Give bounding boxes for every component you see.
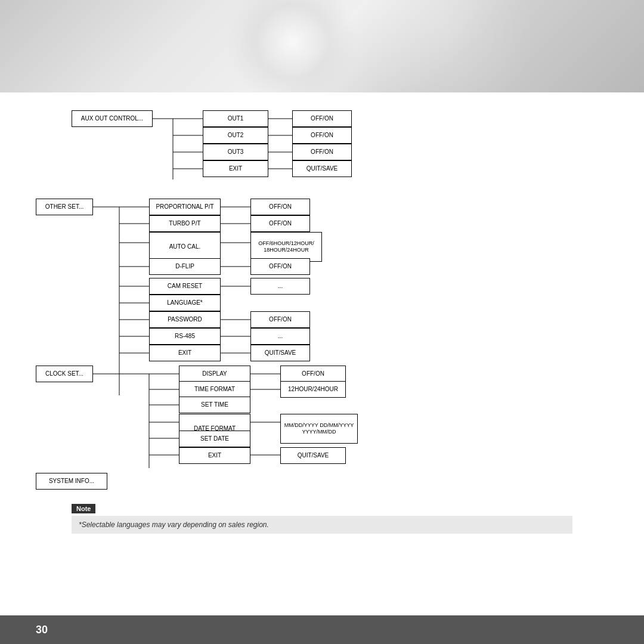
- page-number: 30: [36, 624, 48, 636]
- off-on-out3-box: OFF/ON: [292, 144, 352, 160]
- display-box: DISPLAY: [179, 366, 250, 382]
- set-date-box: SET DATE: [179, 431, 250, 447]
- time-format-val-box: 12HOUR/24HOUR: [280, 381, 346, 398]
- out3-box: OUT3: [203, 144, 268, 160]
- password-box: PASSWORD: [149, 311, 221, 328]
- note-text: *Selectable languages may vary depending…: [72, 516, 572, 534]
- exit-aux-box: EXIT: [203, 160, 268, 177]
- off-on-dflip-box: OFF/ON: [250, 258, 310, 275]
- off-on-disp-box: OFF/ON: [280, 366, 346, 382]
- header-image: [0, 0, 644, 92]
- set-time-box: SET TIME: [179, 397, 250, 413]
- clock-set-box: CLOCK SET...: [36, 366, 93, 382]
- language-box: LANGUAGE*: [149, 295, 221, 311]
- off-on-pass-box: OFF/ON: [250, 311, 310, 328]
- exit-other-box: EXIT: [149, 345, 221, 361]
- system-info-box: SYSTEM INFO...: [36, 473, 107, 490]
- out1-box: OUT1: [203, 110, 268, 127]
- note-section: Note *Selectable languages may vary depe…: [36, 503, 608, 534]
- auto-cal-box: AUTO CAL.: [149, 232, 221, 262]
- quit-save-clock-box: QUIT/SAVE: [280, 447, 346, 464]
- off-on-turbo-box: OFF/ON: [250, 215, 310, 232]
- out2-box: OUT2: [203, 127, 268, 144]
- main-content: AUX OUT CONTROL... OUT1 OUT2 OUT3 EXIT O…: [0, 92, 644, 546]
- rs485-val-box: ...: [250, 328, 310, 345]
- quit-save-other-box: QUIT/SAVE: [250, 345, 310, 361]
- turbo-pt-box: TURBO P/T: [149, 215, 221, 232]
- auto-cal-val-box: OFF/6HOUR/12HOUR/ 18HOUR/24HOUR: [250, 232, 322, 262]
- off-on-prop-box: OFF/ON: [250, 199, 310, 215]
- cam-reset-val-box: ...: [250, 278, 310, 295]
- date-format-val-box: MM/DD/YYYY DD/MM/YYYY YYYY/MM/DD: [280, 414, 358, 444]
- d-flip-box: D-FLIP: [149, 258, 221, 275]
- diagram: AUX OUT CONTROL... OUT1 OUT2 OUT3 EXIT O…: [36, 104, 608, 498]
- proportional-pt-box: PROPORTIONAL P/T: [149, 199, 221, 215]
- time-format-box: TIME FORMAT: [179, 381, 250, 398]
- cam-reset-box: CAM RESET: [149, 278, 221, 295]
- off-on-out2-box: OFF/ON: [292, 127, 352, 144]
- rs485-box: RS-485: [149, 328, 221, 345]
- other-set-box: OTHER SET...: [36, 199, 93, 215]
- quit-save-aux-box: QUIT/SAVE: [292, 160, 352, 177]
- page-bar: 30: [0, 615, 644, 644]
- exit-clock-box: EXIT: [179, 447, 250, 464]
- off-on-out1-box: OFF/ON: [292, 110, 352, 127]
- note-label: Note: [72, 504, 95, 513]
- aux-out-control-box: AUX OUT CONTROL...: [72, 110, 153, 127]
